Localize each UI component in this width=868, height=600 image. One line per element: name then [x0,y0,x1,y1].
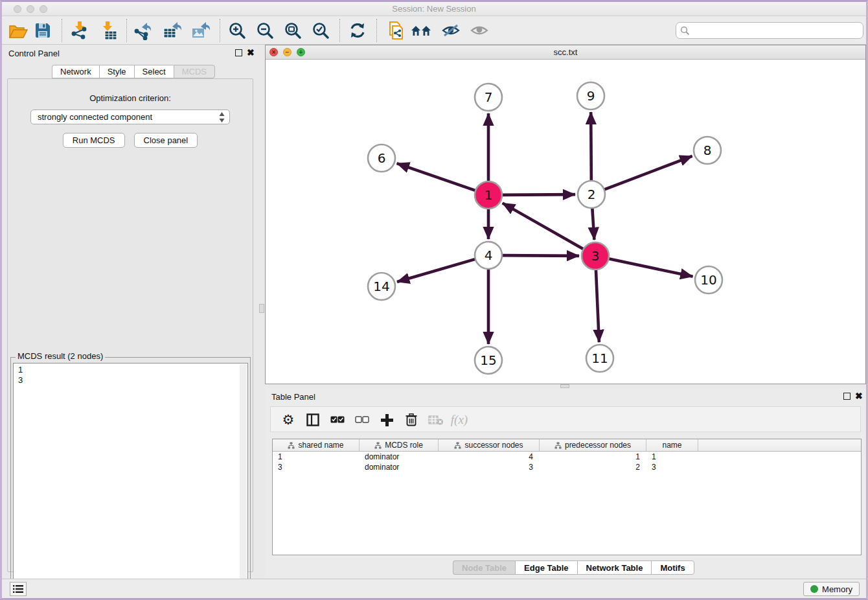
node-10[interactable]: 10 [695,266,722,294]
vertical-splitter[interactable] [258,45,265,579]
mcds-result-list[interactable]: 1 3 [13,363,248,591]
tab-mcds[interactable]: MCDS [174,65,215,78]
save-session-icon[interactable] [32,20,54,41]
table-row[interactable]: 1dominator411 [273,452,861,462]
zoom-selected-icon[interactable] [310,20,332,41]
table-cell[interactable]: 2 [540,462,646,472]
node-11[interactable]: 11 [586,345,613,372]
edge-1-2[interactable] [502,194,575,195]
edge-3-10[interactable] [609,259,693,276]
show-all-icon[interactable] [468,20,490,41]
table-cell[interactable]: 3 [646,462,698,472]
table-cell[interactable]: 3 [439,462,540,472]
tab-style[interactable]: Style [99,65,134,78]
node-label: 7 [485,89,493,105]
tab-network-table[interactable]: Network Table [577,560,652,575]
export-network-icon[interactable] [131,20,154,41]
toolbar-separator [126,19,127,42]
criterion-dropdown[interactable]: strongly connected component [30,110,230,124]
node-label: 4 [485,248,493,263]
node-2[interactable]: 2 [578,181,605,208]
duplicate-network-icon[interactable] [384,20,406,41]
run-mcds-button[interactable]: Run MCDS [63,133,125,148]
node-3[interactable]: 3 [582,242,609,270]
column-header-predecessor-nodes[interactable]: predecessor nodes [540,439,646,451]
memory-status-icon [810,585,818,593]
node-1[interactable]: 1 [475,181,502,209]
table-cell[interactable]: 1 [540,452,646,462]
refresh-icon[interactable] [347,20,369,41]
result-scrollbar[interactable] [240,364,247,591]
node-7[interactable]: 7 [475,84,502,111]
table-close-panel-icon[interactable]: ✖ [855,391,863,401]
vertical-splitter-handle[interactable] [259,304,264,313]
memory-button[interactable]: Memory [803,582,860,596]
node-6[interactable]: 6 [368,144,395,172]
node-4[interactable]: 4 [475,242,502,269]
memory-label: Memory [822,584,852,594]
select-all-icon[interactable] [328,410,347,430]
close-panel-icon[interactable]: ✖ [247,47,255,58]
optimization-criterion-label: Optimization criterion: [8,93,253,103]
column-header-shared-name[interactable]: shared name [273,439,360,451]
zoom-fit-icon[interactable] [282,20,304,41]
toolbar-separator [376,19,377,42]
column-header-MCDS-role[interactable]: MCDS role [360,439,439,451]
table-cell[interactable]: 3 [273,462,360,472]
unselect-all-icon[interactable] [352,410,372,430]
table-cell[interactable]: dominator [360,462,439,472]
edge-4-14[interactable] [397,259,475,282]
table-cell[interactable]: dominator [360,452,439,462]
open-file-icon[interactable] [7,20,29,41]
destroy-table-icon [426,410,446,430]
table-cell[interactable]: 1 [273,452,360,462]
first-neighbors-icon[interactable] [410,20,432,41]
zoom-out-icon[interactable] [254,20,276,41]
column-header-name[interactable]: name [646,439,698,451]
node-9[interactable]: 9 [577,82,604,110]
tab-node-table[interactable]: Node Table [453,560,515,575]
import-table-icon[interactable] [98,20,120,41]
column-header-successor-nodes[interactable]: successor nodes [439,439,540,451]
search-box[interactable] [676,22,863,39]
edge-3-11[interactable] [596,270,599,342]
tab-motifs[interactable]: Motifs [651,560,694,575]
table-float-panel-icon[interactable] [843,393,851,400]
tab-select[interactable]: Select [134,65,174,78]
node-15[interactable]: 15 [475,347,502,374]
edge-3-1[interactable] [503,203,584,249]
show-column-icon[interactable] [303,410,323,430]
node-8[interactable]: 8 [694,137,721,164]
edge-2-9[interactable] [591,112,591,181]
edge-2-3[interactable] [592,208,594,240]
edge-2-8[interactable] [604,156,692,190]
edge-1-6[interactable] [397,163,476,190]
delete-row-icon[interactable] [402,410,421,430]
zoom-in-icon[interactable] [226,20,248,41]
export-table-icon[interactable] [161,20,183,41]
network-window-title: scc.txt [266,47,865,57]
node-label: 11 [591,351,608,366]
table-panel-title: Table Panel [271,392,315,402]
import-network-icon[interactable] [68,20,90,41]
float-panel-icon[interactable] [235,49,242,56]
tab-edge-table[interactable]: Edge Table [515,560,577,575]
settings-icon[interactable]: ⚙ [279,410,298,430]
close-panel-button[interactable]: Close panel [134,133,198,148]
table-row[interactable]: 3dominator323 [273,462,861,472]
add-row-icon[interactable] [377,410,396,430]
node-label: 10 [700,272,716,288]
column-header-filler [698,439,861,451]
node-14[interactable]: 14 [368,273,395,300]
table-cell[interactable]: 1 [646,452,698,462]
table-cell[interactable]: 4 [439,452,540,462]
control-panel-title: Control Panel [8,49,60,58]
tab-network[interactable]: Network [52,65,99,78]
search-input[interactable] [690,24,863,37]
network-canvas[interactable]: 7968124314101511 [266,60,865,384]
hide-selected-icon[interactable] [440,20,462,41]
export-image-icon[interactable] [190,20,212,41]
task-history-button[interactable] [10,582,27,596]
network-graph[interactable]: 7968124314101511 [266,60,865,384]
edge-4-3[interactable] [502,255,579,256]
